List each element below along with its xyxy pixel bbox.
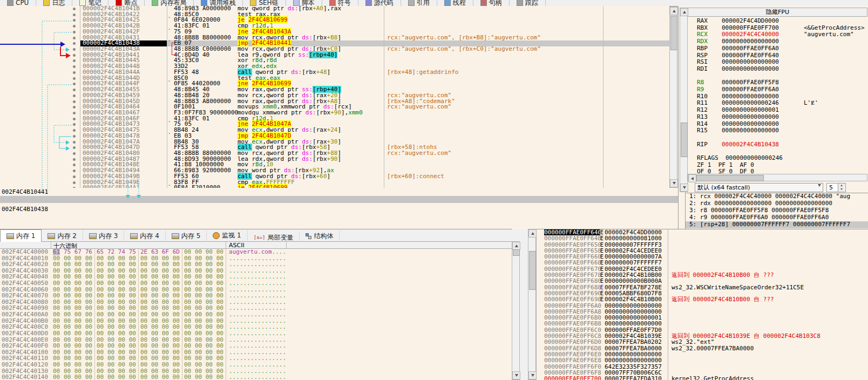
- arg-row[interactable]: 2: rdx 0000000000000000 0000000000000000: [686, 200, 868, 207]
- scroll-left-icon[interactable]: [688, 174, 696, 182]
- disassembly-panel[interactable]: 000002F4C4B1041B48:8983 A0000000mov qwor…: [0, 6, 670, 188]
- calling-convention-select[interactable]: 默认 (x64 fastcall): [695, 183, 823, 192]
- breakpoint-dot-icon[interactable]: [73, 169, 76, 172]
- breakpoint-dot-icon[interactable]: [73, 123, 76, 126]
- splitter[interactable]: [0, 196, 678, 203]
- breakpoint-dot-icon[interactable]: [73, 141, 76, 144]
- register-row[interactable]: RDX0000000000000000: [688, 38, 867, 45]
- stack-row[interactable]: 000000FFAE0FF70000007FFEA7FDA310kernel32…: [537, 376, 868, 380]
- stack-address: 000000FFAE0FF6D0: [544, 339, 600, 345]
- dump-tab-监视-1[interactable]: 监视 1: [207, 230, 247, 242]
- breakpoint-dot-icon[interactable]: [73, 94, 76, 97]
- dump-scrollbar[interactable]: [512, 241, 520, 380]
- breakpoint-dot-icon[interactable]: [73, 83, 76, 85]
- argument-count-stepper[interactable]: 5: [826, 183, 846, 192]
- register-row[interactable]: RFLAGS 0000000000000246: [688, 155, 867, 162]
- breakpoint-dot-icon[interactable]: [73, 37, 76, 39]
- scroll-down-icon[interactable]: [512, 371, 520, 379]
- scrollbar-thumb[interactable]: [670, 16, 677, 50]
- breakpoint-dot-icon[interactable]: [73, 135, 76, 138]
- breakpoint-dot-icon[interactable]: [73, 129, 76, 132]
- stack-value: 0000000000000000: [605, 357, 668, 363]
- scroll-down-icon[interactable]: [528, 371, 537, 379]
- call-arguments-list[interactable]: 1: rcx 000002F4C4C40000 000002F4C4C40000…: [685, 193, 868, 229]
- scroll-up-icon[interactable]: [680, 8, 688, 16]
- register-row[interactable]: OF 0 SF 0 DF 0: [688, 168, 867, 174]
- breakpoint-dot-icon[interactable]: [73, 71, 76, 74]
- scroll-down-icon[interactable]: [670, 179, 678, 187]
- stack-row[interactable]: 000000FFAE0FF6D000007FFEA7BA0202ws2_32."…: [537, 339, 868, 345]
- dump-rows[interactable]: 002F4C4C4000061 75 67 76 65 72 74 75 2E …: [0, 249, 512, 380]
- arg-row[interactable]: 3: r8 000000FFAE0FF5F8 000000FFAE0FF5F8: [686, 207, 868, 214]
- dump-tab-内存-4[interactable]: 内存 4: [124, 230, 165, 242]
- dump-tab-内存-2[interactable]: 内存 2: [42, 230, 83, 242]
- breakpoint-dot-icon[interactable]: [73, 181, 76, 184]
- register-row[interactable]: RBP000000FFAE0FF6A0: [688, 45, 867, 52]
- breakpoint-dot-icon[interactable]: [73, 25, 76, 28]
- scroll-down-icon[interactable]: [680, 184, 688, 192]
- breakpoint-dot-icon[interactable]: [73, 54, 76, 57]
- breakpoint-dot-icon[interactable]: [73, 89, 76, 91]
- dump-tab-结构体[interactable]: 结构体: [300, 230, 340, 242]
- registers-list[interactable]: RAX000002F4C4DD0000RBX000000FFAE0FF700<&…: [688, 18, 867, 174]
- register-row[interactable]: R130000000000000000: [688, 114, 867, 121]
- registers-scrollbar[interactable]: [680, 8, 688, 192]
- dump-tab-内存-1[interactable]: 内存 1: [0, 229, 42, 242]
- scrollbar-thumb[interactable]: [696, 175, 764, 181]
- breakpoint-dot-icon[interactable]: [73, 118, 76, 120]
- register-row[interactable]: [688, 134, 867, 141]
- register-row[interactable]: RDI0000000000000000: [688, 66, 867, 73]
- breakpoint-dot-icon[interactable]: [73, 42, 76, 45]
- stack-row[interactable]: 000000FFAE0FF680E00000000000B000A: [537, 278, 868, 284]
- stepper-buttons[interactable]: [838, 184, 845, 192]
- scrollbar-thumb[interactable]: [529, 251, 536, 290]
- breakpoint-dot-icon[interactable]: [73, 112, 76, 114]
- scroll-up-icon[interactable]: [512, 242, 520, 250]
- register-row[interactable]: R150000000000000000: [688, 127, 867, 134]
- breakpoint-dot-icon[interactable]: [73, 31, 76, 33]
- register-row[interactable]: RIP000002F4C4B10438: [688, 141, 867, 148]
- register-value: 0000000000000000: [722, 66, 779, 73]
- scrollbar-thumb[interactable]: [681, 123, 688, 157]
- breakpoint-dot-icon[interactable]: [73, 65, 76, 68]
- breakpoint-dot-icon[interactable]: [73, 77, 76, 80]
- dump-row[interactable]: 002F4C4C4014000 00 00 00 00 00 00 00 00 …: [0, 374, 512, 380]
- breakpoint-dot-icon[interactable]: [73, 146, 76, 149]
- register-row[interactable]: R120000000000000001: [688, 107, 867, 114]
- arg-row[interactable]: 4: r9 000000FFAE0FF6A0 000000FFAE0FF6A0: [686, 214, 868, 221]
- stack-row[interactable]: 000000FFAE0FF6E80000000000000000: [537, 357, 868, 363]
- register-annotation: L'Ɇ': [804, 99, 818, 106]
- register-name: RDI: [697, 66, 722, 73]
- breakpoint-dot-icon[interactable]: [73, 164, 76, 166]
- disasm-gutter: [0, 174, 80, 180]
- stack-row[interactable]: 000000FFAE0FF648E0000000000081000: [537, 235, 868, 241]
- breakpoint-dot-icon[interactable]: [73, 13, 76, 16]
- breakpoint-dot-icon[interactable]: [73, 158, 76, 161]
- arg-row[interactable]: 5: [rsp+28] 000000007FFFFFF7 000000007FF…: [686, 221, 868, 228]
- dump-tab-内存-5[interactable]: 内存 5: [166, 230, 207, 242]
- breakpoint-dot-icon[interactable]: [73, 19, 76, 22]
- hide-fpu-button[interactable]: 隐藏FPU: [688, 8, 867, 17]
- breakpoint-dot-icon[interactable]: [73, 59, 76, 62]
- breakpoint-dot-icon[interactable]: [73, 106, 76, 108]
- scroll-up-icon[interactable]: [670, 7, 678, 15]
- dump-tab-bar: 内存 1内存 2内存 3内存 4内存 5监视 1[x=]局部变量结构体: [0, 229, 512, 242]
- breakpoint-dot-icon[interactable]: [73, 175, 76, 178]
- registers-hscrollbar[interactable]: [688, 174, 867, 181]
- notes-icon: [79, 0, 86, 6]
- scroll-up-icon[interactable]: [528, 229, 537, 238]
- breakpoint-dot-icon[interactable]: [73, 48, 76, 51]
- scrollbar-thumb[interactable]: [513, 249, 520, 256]
- dump-tab-内存-3[interactable]: 内存 3: [83, 230, 124, 242]
- stack-panel[interactable]: 000000FFAE0FF640E000002F4C4DD0000000000F…: [536, 229, 868, 380]
- disassembly-scrollbar[interactable]: [669, 6, 677, 188]
- register-row[interactable]: RAX000002F4C4DD0000: [688, 18, 867, 25]
- breakpoint-dot-icon[interactable]: [73, 8, 76, 10]
- stack-scrollbar[interactable]: [528, 229, 536, 380]
- register-row[interactable]: R9000000FFAE0FF6A0: [688, 86, 867, 93]
- breakpoint-dot-icon[interactable]: [73, 152, 76, 155]
- breakpoint-dot-icon[interactable]: [73, 100, 76, 103]
- arg-row[interactable]: 1: rcx 000002F4C4C40000 000002F4C4C40000…: [686, 193, 868, 200]
- calling-convention-value: 默认 (x64 fastcall): [697, 184, 750, 191]
- stack-row[interactable]: 000000FFAE0FF698E000002F4C4B10B00返回到 000…: [537, 296, 868, 302]
